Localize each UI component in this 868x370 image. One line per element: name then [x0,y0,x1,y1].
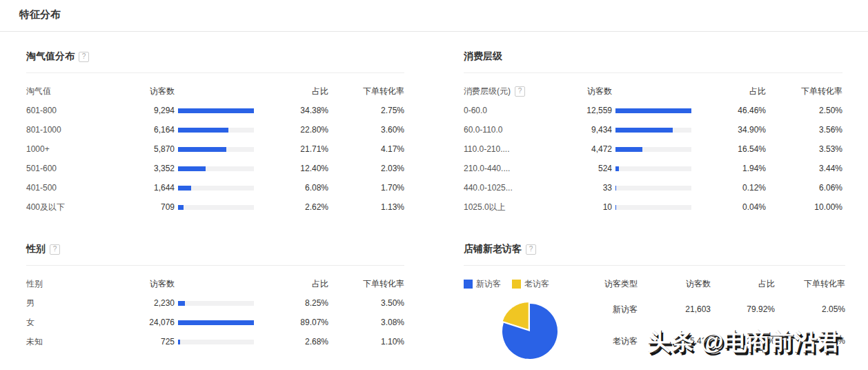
visitors-bar-cell [178,128,254,133]
table-row: 0-60.012,55946.46%2.50% [464,101,842,120]
visitor-count: 709 [130,202,175,212]
conversion-value: 3.53% [766,144,842,154]
visitor-count: 725 [130,337,175,347]
share-value: 2.68% [254,337,328,347]
table-row: 501-6003,35212.40%2.03% [26,159,404,178]
panel-title: 淘气值分布 [26,50,75,63]
col-header-conversion: 下单转化率 [328,86,404,97]
share-value: 2.62% [254,202,328,212]
visitors-bar-cell [178,147,254,152]
row-label: 1025.0以上 [464,202,567,213]
pie-chart [501,302,559,360]
table-row: 新访客21,60379.92%2.05% [586,293,845,325]
row-label: 1000+ [26,144,130,154]
table-header: 性别 访客数 占比 下单转化率 [26,274,404,293]
visitor-count: 3,352 [130,164,175,173]
legend-new-visitors[interactable]: 新访客 [464,278,501,290]
table-header: 访客类型 访客数 占比 下单转化率 [586,274,845,293]
visitor-count: 524 [567,164,612,173]
table-header: 淘气值 访客数 占比 下单转化率 [26,81,404,101]
table-row: 1000+5,87021.71%4.17% [26,139,404,159]
share-value: 1.94% [691,164,766,173]
help-icon[interactable]: ? [515,86,525,97]
visitors-bar-cell [615,108,691,113]
share-value: 21.71% [254,144,328,154]
visitors-bar-cell [615,205,691,210]
bar-track [178,108,254,113]
col-header-visitors: 访客数 [567,86,612,97]
conversion-value: 3.50% [328,298,404,308]
legend-swatch-new [464,280,473,289]
panel-divider [26,72,404,73]
bar-track [178,186,254,191]
col-header-conversion: 下单转化率 [775,278,845,290]
row-label: 未知 [26,336,130,348]
bar-track [615,205,691,210]
visitors-bar-cell [178,166,254,171]
visitors-bar-cell [615,166,691,171]
share-value: 0.04% [691,202,766,212]
help-icon[interactable]: ? [50,244,60,255]
bar-fill [615,108,691,113]
legend-label: 新访客 [476,278,501,290]
table-row: 401-5001,6446.08%1.70% [26,178,404,197]
panel-divider [26,265,404,266]
bar-track [615,147,691,152]
bar-track [615,186,691,191]
col-header-share: 占比 [254,86,328,97]
col-header-label: 性别 [26,278,130,290]
conversion-value: 3.56% [766,125,842,135]
visitor-count: 4,472 [567,144,612,154]
panel-title: 店铺新老访客 [464,243,522,255]
bar-track [615,166,691,171]
help-icon[interactable]: ? [526,244,536,255]
conversion-value: 10.00% [766,202,842,212]
panel-title: 性别 [26,243,46,255]
conversion-value: 6.06% [766,183,842,193]
conversion-value: 3.44% [766,164,842,173]
visitors-bar-cell [178,205,254,210]
col-header-label-text: 消费层级(元) [464,86,511,97]
page-title: 特征分布 [19,8,61,21]
bar-track [178,340,254,344]
panel-divider [464,72,842,73]
row-label: 801-1000 [26,125,130,135]
help-icon[interactable]: ? [79,52,89,62]
watermark: 头条 @电商前沿君 [647,326,841,358]
visitor-count: 9,434 [567,125,612,135]
col-header-conversion: 下单转化率 [766,86,842,97]
legend-old-visitors[interactable]: 老访客 [512,278,549,290]
table-row: 男2,2308.25%3.50% [26,293,404,313]
table-header: 消费层级(元) ? 访客数 占比 下单转化率 [464,81,842,101]
visitor-count: 12,559 [567,106,612,115]
table-row: 未知7252.68%1.10% [26,332,404,351]
panel-gender: 性别 ? 性别 访客数 占比 下单转化率 男2,2308.25%3.50%女24… [26,242,404,351]
bar-track [178,320,254,325]
visitors-bar-cell [615,128,691,133]
visitor-count: 24,076 [130,318,175,327]
conversion-value: 1.13% [328,202,404,212]
bar-fill [178,340,180,344]
visitors-bar-cell [178,301,254,306]
visitor-count: 21,603 [638,304,711,314]
visitor-count: 33 [567,183,612,193]
share-value: 8.25% [254,298,328,308]
panel-divider [464,265,845,266]
conversion-value: 2.05% [775,304,845,314]
bar-track [615,128,691,133]
visitors-bar-cell [615,186,691,191]
table-row: 801-10006,16422.80%3.60% [26,120,404,139]
visitors-bar-cell [178,186,254,191]
row-label: 男 [26,298,130,309]
section-divider [0,31,868,32]
table-row: 1025.0以上100.04%10.00% [464,197,842,217]
row-label: 501-600 [26,164,130,173]
row-label: 400及以下 [26,202,130,213]
col-header-visitor-type: 访客类型 [586,278,638,290]
conversion-value: 2.75% [328,106,404,115]
conversion-value: 3.60% [328,125,404,135]
bar-fill [178,320,254,325]
share-value: 22.80% [254,125,328,135]
col-header-label: 淘气值 [26,86,130,97]
share-value: 79.92% [711,304,775,314]
